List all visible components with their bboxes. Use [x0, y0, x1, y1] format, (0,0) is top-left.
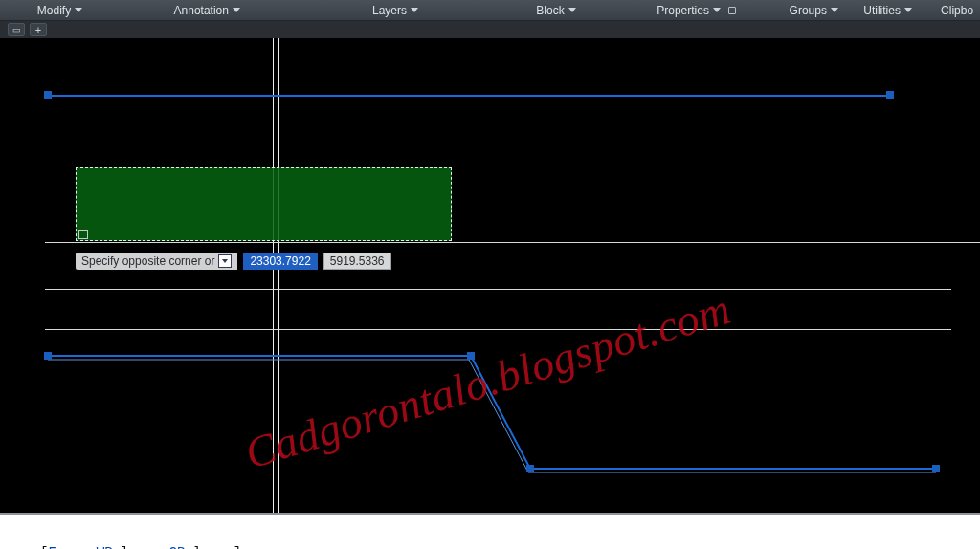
- command-line-text: r or [Fence WPolygon CPolygon]:: [0, 530, 250, 549]
- plus-icon: +: [35, 25, 41, 35]
- chevron-down-icon: [222, 259, 228, 263]
- dropdown-icon: [831, 8, 838, 12]
- dynamic-input-prompt: Specify opposite corner or: [76, 253, 237, 270]
- menu-utilities[interactable]: Utilities: [851, 0, 924, 21]
- menu-properties-label: Properties: [657, 4, 709, 17]
- dynamic-input-prompt-text: Specify opposite corner or: [81, 254, 214, 268]
- selected-polyline-bottom[interactable]: [44, 352, 936, 476]
- command-line[interactable]: r or [Fence WPolygon CPolygon]:: [0, 513, 980, 549]
- menu-properties[interactable]: Properties: [616, 0, 777, 21]
- new-tab-button[interactable]: +: [30, 23, 47, 36]
- grip-handle[interactable]: [467, 352, 475, 360]
- menu-block-label: Block: [536, 4, 564, 17]
- menu-utilities-label: Utilities: [863, 4, 901, 17]
- drawing-tab[interactable]: ▭: [8, 23, 25, 36]
- cmd-opt-wpolygon-rest: olygon: [113, 545, 161, 549]
- menu-clipboard-label: Clipbo: [941, 4, 973, 17]
- dropdown-icon: [713, 8, 721, 12]
- grip-handle[interactable]: [44, 91, 52, 99]
- menu-layers-label: Layers: [372, 4, 407, 17]
- menu-annotation-label: Annotation: [174, 4, 229, 17]
- grip-handle[interactable]: [932, 465, 940, 472]
- dynamic-input-tooltip: Specify opposite corner or 23303.7922 59…: [76, 253, 391, 270]
- cmd-opt-cpolygon-rest: olygon: [185, 545, 233, 549]
- dynamic-input-x-value: 23303.7922: [250, 254, 310, 268]
- ribbon-menubar: Modify Annotation Layers Block Propertie…: [0, 0, 980, 21]
- options-dropdown-icon[interactable]: [218, 254, 232, 268]
- cmd-opt-wpolygon-key[interactable]: WP: [97, 545, 113, 549]
- grip-handle[interactable]: [526, 465, 534, 472]
- drawing-line: [45, 242, 980, 243]
- drawing-line: [45, 329, 951, 330]
- menu-groups-label: Groups: [790, 4, 827, 17]
- menu-clipboard[interactable]: Clipbo: [924, 0, 980, 21]
- grip-handle[interactable]: [886, 91, 894, 99]
- drawing-tabstrip: ▭ +: [0, 21, 980, 38]
- menu-modify-label: Modify: [37, 4, 71, 17]
- menu-groups[interactable]: Groups: [777, 0, 851, 21]
- cmd-prefix: r or [: [0, 545, 48, 549]
- dropdown-icon: [75, 8, 82, 12]
- dynamic-input-y[interactable]: 5919.5336: [323, 253, 391, 270]
- cmd-sep: [88, 545, 96, 549]
- cmd-opt-fence-key[interactable]: F: [48, 545, 56, 549]
- dropdown-icon: [233, 8, 240, 12]
- menu-modify[interactable]: Modify: [0, 0, 120, 21]
- selected-polyline-top[interactable]: [48, 95, 890, 97]
- grip-handle[interactable]: [44, 352, 52, 360]
- drawing-tab-glyph: ▭: [12, 25, 21, 34]
- menu-annotation[interactable]: Annotation: [120, 0, 294, 21]
- dynamic-input-y-value: 5919.5336: [330, 254, 385, 268]
- dropdown-icon: [411, 8, 418, 12]
- menu-block[interactable]: Block: [496, 0, 615, 21]
- drawing-canvas[interactable]: Specify opposite corner or 23303.7922 59…: [0, 38, 980, 513]
- cmd-suffix: ]:: [234, 545, 250, 549]
- dropdown-icon: [568, 8, 576, 12]
- drawing-line: [45, 289, 951, 290]
- dialog-launcher-icon[interactable]: [728, 7, 736, 14]
- menu-layers[interactable]: Layers: [294, 0, 496, 21]
- dynamic-input-x[interactable]: 23303.7922: [243, 253, 317, 270]
- dropdown-icon: [904, 8, 912, 12]
- cmd-opt-fence-rest: ence: [56, 545, 89, 549]
- cmd-opt-cpolygon-key[interactable]: CP: [168, 545, 185, 549]
- cursor-pickbox-icon: [78, 230, 88, 239]
- crossing-selection-marquee: [76, 167, 452, 241]
